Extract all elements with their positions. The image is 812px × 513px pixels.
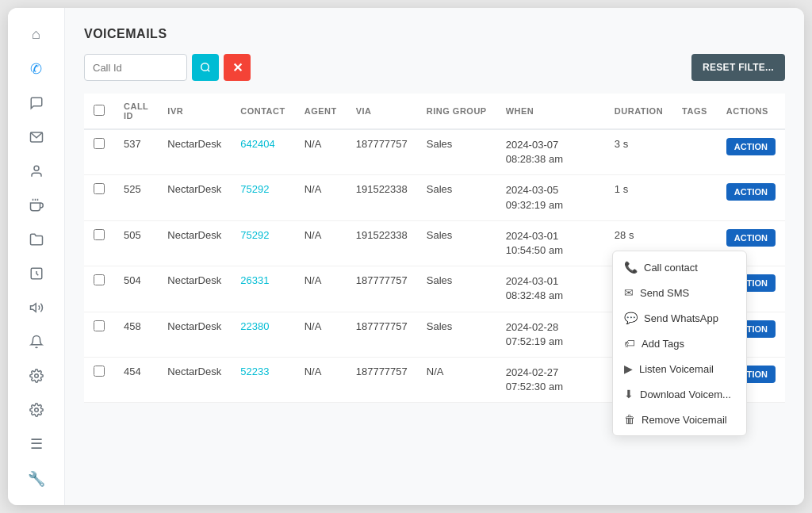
cell-via: 187777757 <box>347 129 417 175</box>
cell-ring-group: Sales <box>417 312 496 357</box>
hand-icon[interactable] <box>21 191 52 219</box>
row-checkbox[interactable] <box>94 320 105 331</box>
cell-tags <box>672 175 717 220</box>
settings2-icon[interactable] <box>21 396 52 424</box>
cell-agent: N/A <box>295 312 347 357</box>
menu-item-icon: ▶ <box>624 362 633 375</box>
page-title: VOICEMAILS <box>84 27 785 41</box>
menu-item-icon: 🏷 <box>624 337 635 350</box>
contact-icon[interactable] <box>21 157 52 185</box>
menu-item-label: Add Tags <box>642 338 684 350</box>
contact-link[interactable]: 75292 <box>240 183 269 195</box>
cell-contact[interactable]: 75292 <box>231 220 294 266</box>
cell-contact[interactable]: 26331 <box>231 266 294 312</box>
cell-call-id: 458 <box>114 312 158 357</box>
contact-link[interactable]: 26331 <box>240 274 269 286</box>
menu-item-icon: 🗑 <box>624 413 635 426</box>
mail-icon[interactable] <box>21 123 52 151</box>
wrench-icon[interactable]: 🔧 <box>21 465 52 492</box>
context-menu-item[interactable]: ⬇Download Voicem... <box>613 381 746 407</box>
table-row: 525 NectarDesk 75292 N/A 191522338 Sales… <box>84 175 785 220</box>
cell-duration: 1 s <box>605 175 672 220</box>
cell-ring-group: Sales <box>417 220 496 266</box>
cell-call-id: 505 <box>114 220 158 266</box>
cell-ivr: NectarDesk <box>158 220 231 266</box>
context-menu-item[interactable]: 📞Call contact <box>613 255 746 280</box>
timer-icon[interactable] <box>21 260 52 288</box>
search-input[interactable] <box>84 54 187 81</box>
col-agent: AGENT <box>295 94 347 129</box>
cell-ring-group: Sales <box>417 129 496 175</box>
cell-ivr: NectarDesk <box>158 357 231 402</box>
row-checkbox[interactable] <box>94 274 105 285</box>
cell-ivr: NectarDesk <box>158 312 231 357</box>
main-content: VOICEMAILS ✕ RESET FILTE... <box>65 8 804 505</box>
cell-contact[interactable]: 75292 <box>231 175 294 220</box>
phone-icon[interactable]: ✆ <box>21 55 52 82</box>
svg-point-1 <box>34 166 39 170</box>
contact-link[interactable]: 642404 <box>240 138 274 150</box>
context-menu-item[interactable]: 🏷Add Tags <box>613 331 746 356</box>
context-menu-item[interactable]: ✉Send SMS <box>613 280 746 305</box>
cell-tags <box>672 129 717 175</box>
svg-line-10 <box>208 70 210 72</box>
col-ivr: IVR <box>158 94 231 129</box>
cell-ring-group: Sales <box>417 175 496 220</box>
cell-ivr: NectarDesk <box>158 266 231 312</box>
col-when: WHEN <box>496 94 605 129</box>
context-menu-item[interactable]: 🗑Remove Voicemail <box>613 407 746 432</box>
menu-item-icon: 💬 <box>624 312 638 324</box>
contact-link[interactable]: 52233 <box>240 366 269 377</box>
toolbar-left: ✕ <box>84 54 251 81</box>
cell-contact[interactable]: 642404 <box>231 129 294 175</box>
action-button[interactable]: ACTION <box>726 229 776 247</box>
context-menu: 📞Call contact✉Send SMS💬Send WhatsApp🏷Add… <box>612 251 747 436</box>
cell-call-id: 454 <box>114 357 158 402</box>
svg-point-8 <box>34 408 38 412</box>
row-checkbox[interactable] <box>94 229 105 240</box>
reset-filter-button[interactable]: RESET FILTE... <box>691 54 785 81</box>
context-menu-item[interactable]: ▶Listen Voicemail <box>613 356 746 381</box>
settings-icon[interactable] <box>21 362 52 390</box>
bell-icon[interactable] <box>21 328 52 356</box>
menu-item-icon: 📞 <box>624 261 638 274</box>
svg-point-9 <box>201 63 209 71</box>
col-ring-group: RING GROUP <box>417 94 496 129</box>
cell-actions[interactable]: ACTION <box>717 175 785 220</box>
menu-item-label: Listen Voicemail <box>639 363 714 375</box>
row-checkbox[interactable] <box>94 183 105 194</box>
col-duration: DURATION <box>605 94 672 129</box>
cell-contact[interactable]: 22380 <box>231 312 294 357</box>
cell-ring-group: Sales <box>417 266 496 312</box>
search-button[interactable] <box>192 54 219 81</box>
menu-item-label: Call contact <box>644 262 698 274</box>
cell-contact[interactable]: 52233 <box>231 357 294 402</box>
megaphone-icon[interactable] <box>21 294 52 322</box>
clear-button[interactable]: ✕ <box>224 54 251 81</box>
cell-agent: N/A <box>295 129 347 175</box>
menu-item-label: Send SMS <box>640 287 689 299</box>
select-all-checkbox[interactable] <box>94 105 105 116</box>
contact-link[interactable]: 22380 <box>240 320 269 332</box>
row-checkbox[interactable] <box>94 366 105 377</box>
action-button[interactable]: ACTION <box>726 183 776 201</box>
cell-via: 187777757 <box>347 357 417 402</box>
svg-point-7 <box>34 374 38 378</box>
home-icon[interactable]: ⌂ <box>21 21 52 48</box>
cell-via: 187777757 <box>347 312 417 357</box>
context-menu-item[interactable]: 💬Send WhatsApp <box>613 305 746 331</box>
cell-agent: N/A <box>295 175 347 220</box>
folder-icon[interactable] <box>21 225 52 253</box>
svg-marker-6 <box>30 304 36 312</box>
cell-actions[interactable]: ACTION <box>717 129 785 175</box>
menu-item-label: Download Voicem... <box>640 389 731 400</box>
row-checkbox[interactable] <box>94 138 105 149</box>
chat-icon[interactable] <box>21 89 52 117</box>
cell-ivr: NectarDesk <box>158 175 231 220</box>
contact-link[interactable]: 75292 <box>240 229 269 241</box>
action-button[interactable]: ACTION <box>726 138 776 155</box>
col-tags: TAGS <box>672 94 717 129</box>
list-icon[interactable]: ☰ <box>21 431 52 458</box>
toolbar: ✕ RESET FILTE... <box>84 54 785 81</box>
col-actions: ACTIONS <box>717 94 785 129</box>
